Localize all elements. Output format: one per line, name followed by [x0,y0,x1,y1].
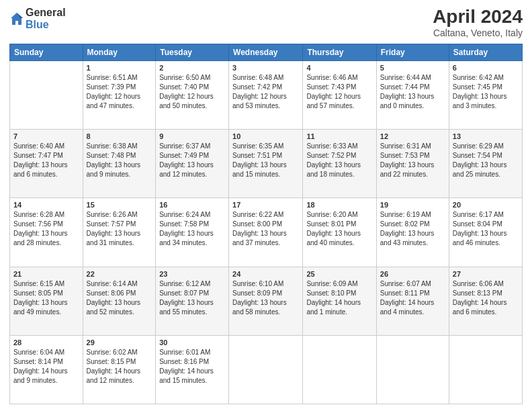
day-number: 15 [87,201,152,209]
header-sunday: Sunday [10,44,83,60]
calendar-cell: 25Sunrise: 6:09 AMSunset: 8:10 PMDayligh… [303,267,376,335]
calendar-week-2: 7Sunrise: 6:40 AMSunset: 7:47 PMDaylight… [10,130,523,198]
day-number: 8 [87,132,152,140]
calendar-cell: 15Sunrise: 6:26 AMSunset: 7:57 PMDayligh… [83,198,156,267]
day-number: 22 [87,270,152,278]
calendar-cell: 4Sunrise: 6:46 AMSunset: 7:43 PMDaylight… [303,60,376,129]
calendar-cell: 6Sunrise: 6:42 AMSunset: 7:45 PMDaylight… [449,60,522,129]
calendar-week-1: 1Sunrise: 6:51 AMSunset: 7:39 PMDaylight… [10,60,523,129]
day-number: 10 [232,132,299,140]
day-number: 1 [87,64,152,72]
logo-general: General [26,7,66,19]
calendar-cell: 26Sunrise: 6:07 AMSunset: 8:11 PMDayligh… [376,267,449,335]
title-block: April 2024 Caltana, Veneto, Italy [433,7,523,38]
day-info: Sunrise: 6:42 AMSunset: 7:45 PMDaylight:… [453,74,507,109]
subtitle: Caltana, Veneto, Italy [433,28,523,38]
calendar-cell: 27Sunrise: 6:06 AMSunset: 8:13 PMDayligh… [449,267,522,335]
day-info: Sunrise: 6:20 AMSunset: 8:01 PMDaylight:… [306,211,361,246]
day-number: 23 [159,270,225,278]
calendar-cell: 22Sunrise: 6:14 AMSunset: 8:06 PMDayligh… [83,267,156,335]
calendar-cell: 21Sunrise: 6:15 AMSunset: 8:05 PMDayligh… [10,267,83,335]
calendar-cell: 5Sunrise: 6:44 AMSunset: 7:44 PMDaylight… [376,60,449,129]
day-info: Sunrise: 6:17 AMSunset: 8:04 PMDaylight:… [453,211,507,246]
day-info: Sunrise: 6:07 AMSunset: 8:11 PMDaylight:… [380,280,435,316]
day-number: 4 [306,64,372,72]
day-number: 13 [453,132,519,140]
day-info: Sunrise: 6:06 AMSunset: 8:13 PMDaylight:… [453,280,507,316]
header-thursday: Thursday [303,44,376,60]
calendar-cell: 18Sunrise: 6:20 AMSunset: 8:01 PMDayligh… [303,198,376,267]
day-number: 30 [159,338,225,347]
main-title: April 2024 [433,7,523,28]
calendar-cell: 3Sunrise: 6:48 AMSunset: 7:42 PMDaylight… [229,60,303,129]
day-info: Sunrise: 6:26 AMSunset: 7:57 PMDaylight:… [87,211,141,246]
day-number: 28 [13,338,79,347]
day-info: Sunrise: 6:35 AMSunset: 7:51 PMDaylight:… [232,142,287,178]
calendar-cell: 24Sunrise: 6:10 AMSunset: 8:09 PMDayligh… [229,267,303,335]
calendar-week-3: 14Sunrise: 6:28 AMSunset: 7:56 PMDayligh… [10,198,523,267]
day-info: Sunrise: 6:40 AMSunset: 7:47 PMDaylight:… [13,142,68,178]
day-info: Sunrise: 6:46 AMSunset: 7:43 PMDaylight:… [306,74,361,109]
calendar-cell: 11Sunrise: 6:33 AMSunset: 7:52 PMDayligh… [303,130,376,198]
day-number: 27 [453,270,519,278]
day-info: Sunrise: 6:10 AMSunset: 8:09 PMDaylight:… [232,280,287,316]
calendar-cell: 17Sunrise: 6:22 AMSunset: 8:00 PMDayligh… [229,198,303,267]
day-number: 7 [13,132,79,140]
calendar-cell: 29Sunrise: 6:02 AMSunset: 8:15 PMDayligh… [83,335,156,404]
day-info: Sunrise: 6:02 AMSunset: 8:15 PMDaylight:… [87,349,141,384]
day-number: 19 [380,201,445,209]
day-number: 25 [306,270,372,278]
weekday-header-row: Sunday Monday Tuesday Wednesday Thursday… [10,44,523,60]
day-number: 2 [159,64,225,72]
day-info: Sunrise: 6:44 AMSunset: 7:44 PMDaylight:… [380,74,435,109]
day-info: Sunrise: 6:09 AMSunset: 8:10 PMDaylight:… [306,280,361,316]
header-saturday: Saturday [449,44,522,60]
day-number: 18 [306,201,372,209]
day-info: Sunrise: 6:33 AMSunset: 7:52 PMDaylight:… [306,142,361,178]
calendar-cell [449,335,522,404]
day-info: Sunrise: 6:28 AMSunset: 7:56 PMDaylight:… [13,211,68,246]
day-info: Sunrise: 6:01 AMSunset: 8:16 PMDaylight:… [159,349,214,384]
logo-text: General Blue [26,7,66,30]
calendar-table: Sunday Monday Tuesday Wednesday Thursday… [9,44,523,404]
day-info: Sunrise: 6:22 AMSunset: 8:00 PMDaylight:… [232,211,287,246]
day-number: 12 [380,132,445,140]
day-number: 5 [380,64,445,72]
calendar-cell: 28Sunrise: 6:04 AMSunset: 8:14 PMDayligh… [10,335,83,404]
svg-marker-0 [11,13,23,25]
day-info: Sunrise: 6:31 AMSunset: 7:53 PMDaylight:… [380,142,435,178]
day-info: Sunrise: 6:15 AMSunset: 8:05 PMDaylight:… [13,280,68,316]
calendar-cell: 12Sunrise: 6:31 AMSunset: 7:53 PMDayligh… [376,130,449,198]
header-monday: Monday [83,44,156,60]
day-info: Sunrise: 6:48 AMSunset: 7:42 PMDaylight:… [232,74,287,109]
day-number: 14 [13,201,79,209]
day-number: 6 [453,64,519,72]
day-info: Sunrise: 6:38 AMSunset: 7:48 PMDaylight:… [87,142,141,178]
logo: General Blue [9,7,66,30]
calendar-cell: 7Sunrise: 6:40 AMSunset: 7:47 PMDaylight… [10,130,83,198]
day-info: Sunrise: 6:37 AMSunset: 7:49 PMDaylight:… [159,142,214,178]
day-info: Sunrise: 6:14 AMSunset: 8:06 PMDaylight:… [87,280,141,316]
calendar-cell [10,60,83,129]
day-info: Sunrise: 6:50 AMSunset: 7:40 PMDaylight:… [159,74,214,109]
calendar-cell: 13Sunrise: 6:29 AMSunset: 7:54 PMDayligh… [449,130,522,198]
header: General Blue April 2024 Caltana, Veneto,… [9,7,523,38]
day-info: Sunrise: 6:12 AMSunset: 8:07 PMDaylight:… [159,280,214,316]
calendar-cell: 14Sunrise: 6:28 AMSunset: 7:56 PMDayligh… [10,198,83,267]
calendar-cell: 9Sunrise: 6:37 AMSunset: 7:49 PMDaylight… [156,130,229,198]
calendar-page: General Blue April 2024 Caltana, Veneto,… [0,0,532,411]
day-number: 21 [13,270,79,278]
day-number: 17 [232,201,299,209]
day-info: Sunrise: 6:29 AMSunset: 7:54 PMDaylight:… [453,142,507,178]
calendar-cell: 8Sunrise: 6:38 AMSunset: 7:48 PMDaylight… [83,130,156,198]
header-tuesday: Tuesday [156,44,229,60]
day-info: Sunrise: 6:04 AMSunset: 8:14 PMDaylight:… [13,349,68,384]
day-info: Sunrise: 6:24 AMSunset: 7:58 PMDaylight:… [159,211,214,246]
day-info: Sunrise: 6:19 AMSunset: 8:02 PMDaylight:… [380,211,435,246]
day-number: 16 [159,201,225,209]
header-wednesday: Wednesday [229,44,303,60]
day-number: 9 [159,132,225,140]
day-number: 26 [380,270,445,278]
calendar-cell: 23Sunrise: 6:12 AMSunset: 8:07 PMDayligh… [156,267,229,335]
day-number: 3 [232,64,299,72]
